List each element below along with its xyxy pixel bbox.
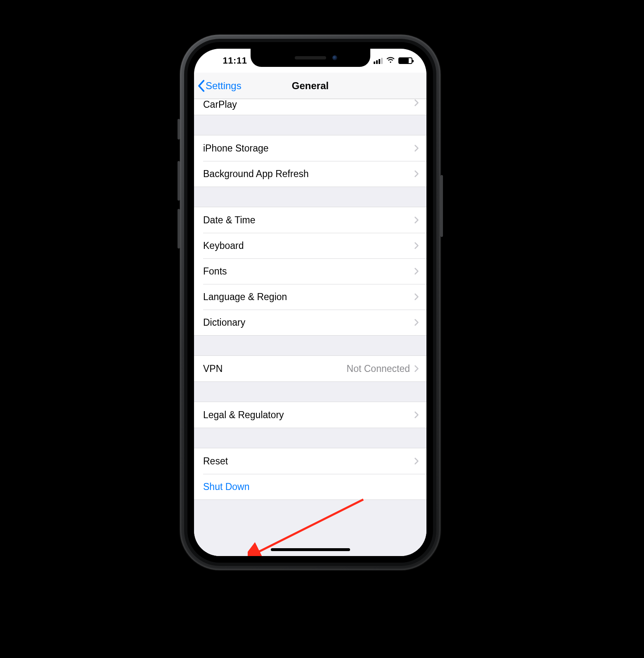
settings-group: Reset Shut Down [194,448,426,500]
settings-group: CarPlay [194,99,426,115]
row-label: Keyboard [203,240,414,251]
nav-bar: Settings General [194,73,426,99]
earpiece-speaker [295,56,326,59]
cellular-signal-icon [374,57,383,64]
row-label: Background App Refresh [203,168,414,180]
row-background-app-refresh[interactable]: Background App Refresh [194,161,426,187]
chevron-right-icon [414,319,419,326]
chevron-right-icon [414,242,419,249]
chevron-right-icon [414,267,419,275]
row-vpn[interactable]: VPN Not Connected [194,356,426,381]
chevron-left-icon [197,80,205,92]
row-carplay[interactable]: CarPlay [194,99,426,115]
row-label: Dictionary [203,317,414,328]
row-iphone-storage[interactable]: iPhone Storage [194,135,426,161]
row-legal-regulatory[interactable]: Legal & Regulatory [194,402,426,428]
ring-switch [178,119,180,140]
row-label: Date & Time [203,215,414,226]
battery-icon [398,57,412,64]
wifi-icon [386,57,395,65]
row-label: Fonts [203,266,414,277]
phone-frame: 11:11 [180,35,440,570]
annotation-arrow [248,495,372,556]
row-label: Reset [203,456,414,467]
row-keyboard[interactable]: Keyboard [194,233,426,258]
chevron-right-icon [414,99,419,107]
row-label: Shut Down [203,481,426,492]
settings-group: iPhone Storage Background App Refresh [194,135,426,187]
chevron-right-icon [414,411,419,419]
home-indicator[interactable] [271,548,350,551]
settings-list[interactable]: CarPlay iPhone Storage [194,99,426,556]
side-button [440,175,443,237]
row-detail: Not Connected [347,363,410,374]
row-label: VPN [203,363,347,374]
chevron-right-icon [414,170,419,178]
back-label: Settings [206,80,242,92]
notch [251,49,370,67]
settings-group: VPN Not Connected [194,355,426,382]
settings-group: Legal & Regulatory [194,402,426,428]
row-shut-down[interactable]: Shut Down [194,474,426,499]
chevron-right-icon [414,365,419,372]
row-language-region[interactable]: Language & Region [194,284,426,310]
chevron-right-icon [414,457,419,465]
screen: 11:11 [194,49,426,556]
row-dictionary[interactable]: Dictionary [194,310,426,335]
back-button[interactable]: Settings [197,73,242,99]
chevron-right-icon [414,144,419,152]
row-label: Legal & Regulatory [203,409,414,421]
row-date-time[interactable]: Date & Time [194,207,426,233]
chevron-right-icon [414,293,419,301]
volume-up-button [178,161,180,201]
chevron-right-icon [414,216,419,224]
svg-line-0 [256,499,363,553]
row-label: iPhone Storage [203,143,414,154]
row-label: Language & Region [203,291,414,303]
row-label: CarPlay [203,99,414,110]
row-reset[interactable]: Reset [194,448,426,474]
row-fonts[interactable]: Fonts [194,258,426,284]
front-camera [332,55,337,60]
volume-down-button [178,209,180,249]
settings-group: Date & Time Keyboard Fonts [194,207,426,336]
